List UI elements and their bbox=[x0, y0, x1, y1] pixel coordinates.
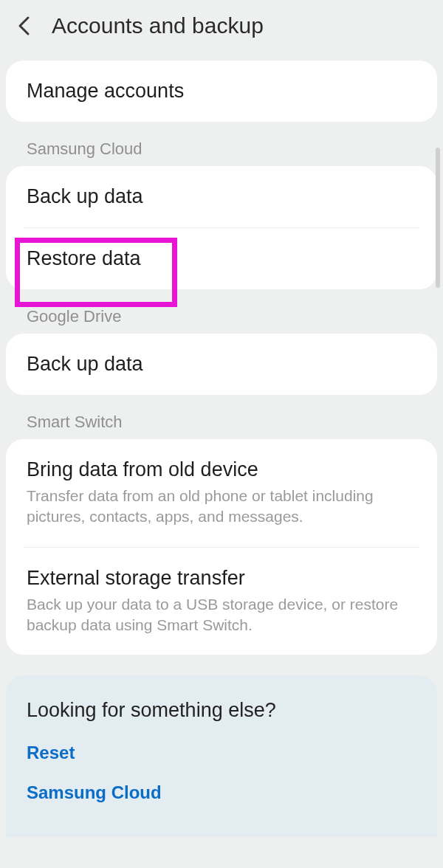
back-icon[interactable] bbox=[15, 16, 34, 35]
reset-link[interactable]: Reset bbox=[27, 743, 416, 763]
scrollbar[interactable] bbox=[436, 148, 440, 288]
bring-data-row[interactable]: Bring data from old device Transfer data… bbox=[6, 439, 437, 547]
external-storage-row[interactable]: External storage transfer Back up your d… bbox=[6, 548, 437, 655]
footer-title: Looking for something else? bbox=[27, 699, 416, 722]
external-storage-sub: Back up your data to a USB storage devic… bbox=[27, 594, 416, 636]
page-title: Accounts and backup bbox=[52, 13, 264, 38]
manage-accounts-label: Manage accounts bbox=[27, 80, 416, 103]
google-drive-card: Back up data bbox=[6, 334, 437, 395]
manage-accounts-card: Manage accounts bbox=[6, 61, 437, 122]
section-smart-switch: Smart Switch bbox=[6, 408, 437, 439]
manage-accounts-row[interactable]: Manage accounts bbox=[6, 61, 437, 122]
smart-switch-card: Bring data from old device Transfer data… bbox=[6, 439, 437, 655]
external-storage-title: External storage transfer bbox=[27, 567, 416, 590]
footer-card: Looking for something else? Reset Samsun… bbox=[6, 675, 437, 837]
header: Accounts and backup bbox=[6, 0, 437, 61]
bring-data-sub: Transfer data from an old phone or table… bbox=[27, 486, 416, 528]
section-google-drive: Google Drive bbox=[6, 303, 437, 334]
bring-data-title: Bring data from old device bbox=[27, 458, 416, 481]
backup-data-google-row[interactable]: Back up data bbox=[6, 334, 437, 395]
section-samsung-cloud: Samsung Cloud bbox=[6, 135, 437, 166]
backup-data-google-label: Back up data bbox=[27, 353, 416, 376]
backup-data-samsung-row[interactable]: Back up data bbox=[6, 166, 437, 227]
restore-data-label: Restore data bbox=[27, 247, 416, 270]
samsung-cloud-card: Back up data Restore data bbox=[6, 166, 437, 289]
restore-data-row[interactable]: Restore data bbox=[6, 228, 437, 289]
samsung-cloud-link[interactable]: Samsung Cloud bbox=[27, 782, 416, 803]
backup-data-samsung-label: Back up data bbox=[27, 185, 416, 208]
